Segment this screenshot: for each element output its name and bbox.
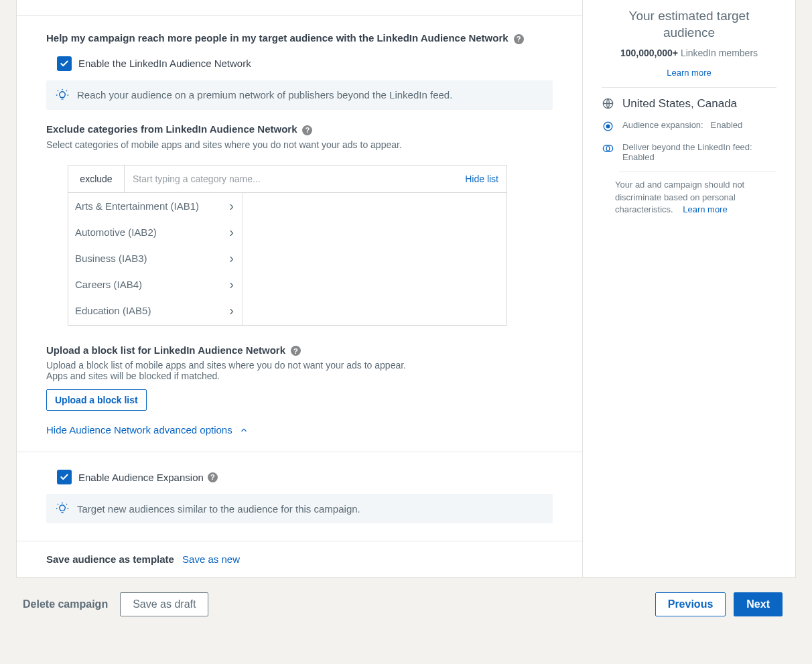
enable-lan-checkbox[interactable] (57, 56, 72, 71)
expansion-banner-text: Target new audiences similar to the audi… (77, 503, 360, 515)
category-picker: exclude Hide list Arts & Entertainment (… (68, 165, 507, 326)
upload-desc-2: Apps and sites will be blocked if matche… (46, 371, 553, 381)
overlap-icon (602, 142, 614, 155)
help-icon[interactable]: ? (291, 346, 301, 356)
sidebar-count: 100,000,000+ LinkedIn members (602, 48, 776, 58)
enable-expansion-label: Enable Audience Expansion (78, 472, 204, 483)
chevron-right-icon: › (229, 224, 234, 240)
sidebar-location: United States, Canada (622, 97, 737, 111)
save-template-label: Save audience as template (46, 553, 174, 565)
category-list[interactable]: Arts & Entertainment (IAB1)› Automotive … (68, 193, 243, 325)
help-icon[interactable]: ? (208, 472, 218, 482)
sidebar-expansion-label: Audience expansion: (622, 120, 703, 130)
category-search-input[interactable] (133, 174, 465, 184)
lightbulb-icon (56, 502, 69, 515)
exclude-title: Exclude categories from LinkedIn Audienc… (46, 123, 297, 135)
help-icon[interactable]: ? (514, 34, 524, 44)
hide-advanced-link[interactable]: Hide Audience Network advanced options (46, 424, 249, 436)
sidebar-disclaimer: Your ad and campaign should not discrimi… (615, 179, 776, 216)
lan-title: Help my campaign reach more people in my… (46, 32, 509, 44)
sidebar-expansion-value: Enabled (711, 120, 743, 130)
category-item[interactable]: Family & Parenting (IAB6)› (68, 324, 242, 325)
hide-list-link[interactable]: Hide list (465, 174, 498, 184)
category-detail-pane (243, 193, 506, 325)
enable-expansion-checkbox[interactable] (57, 470, 72, 484)
category-item[interactable]: Careers (IAB4)› (68, 271, 242, 297)
category-label: Arts & Entertainment (IAB1) (75, 200, 199, 212)
footer-left: Delete campaign Save as draft (23, 592, 208, 616)
upload-desc-1: Upload a block list of mobile apps and s… (46, 360, 553, 371)
previous-button[interactable]: Previous (655, 592, 726, 616)
enable-expansion-row: Enable Audience Expansion ? (57, 470, 553, 484)
footer-bar: Delete campaign Save as draft Previous N… (16, 578, 796, 631)
category-label: Automotive (IAB2) (75, 226, 157, 238)
target-icon (602, 120, 614, 133)
audience-count-suffix: LinkedIn members (681, 48, 758, 58)
category-item[interactable]: Education (IAB5)› (68, 297, 242, 324)
chevron-up-icon (239, 425, 249, 435)
enable-lan-label: Enable the LinkedIn Audience Network (78, 58, 251, 69)
next-button[interactable]: Next (734, 592, 783, 616)
audience-expansion-section: Enable Audience Expansion ? Target new a… (17, 452, 582, 541)
exclude-desc: Select categories of mobile apps and sit… (46, 139, 553, 150)
lan-info-banner: Reach your audience on a premium network… (46, 80, 553, 110)
save-as-new-link[interactable]: Save as new (182, 553, 240, 565)
lan-banner-text: Reach your audience on a premium network… (77, 89, 452, 101)
category-label: Business (IAB3) (75, 253, 147, 264)
sidebar-deliver-label: Deliver beyond the LinkedIn feed: (622, 142, 752, 152)
expansion-info-banner: Target new audiences similar to the audi… (46, 494, 553, 523)
hide-advanced-label: Hide Audience Network advanced options (46, 424, 232, 436)
prev-card-spacer (17, 0, 582, 16)
sidebar-location-row: United States, Canada (602, 97, 776, 111)
category-item[interactable]: Automotive (IAB2)› (68, 219, 242, 245)
lightbulb-icon (56, 88, 69, 102)
save-template-row: Save audience as template Save as new (17, 541, 582, 577)
picker-input-wrap: Hide list (125, 165, 506, 192)
estimate-sidebar: Your estimated target audience 100,000,0… (583, 0, 796, 578)
upload-block: Upload a block list for LinkedIn Audienc… (46, 344, 553, 411)
category-item[interactable]: Arts & Entertainment (IAB1)› (68, 193, 242, 219)
footer-right: Previous Next (655, 592, 783, 616)
picker-body: Arts & Entertainment (IAB1)› Automotive … (68, 193, 507, 326)
exclude-tab[interactable]: exclude (68, 165, 125, 192)
exclude-title-wrap: Exclude categories from LinkedIn Audienc… (46, 123, 553, 135)
upload-block-list-button[interactable]: Upload a block list (46, 389, 147, 411)
picker-header: exclude Hide list (68, 165, 507, 193)
chevron-right-icon: › (229, 251, 234, 266)
audience-count: 100,000,000+ (620, 48, 678, 58)
chevron-right-icon: › (229, 303, 234, 318)
sidebar-deliver-text: Deliver beyond the LinkedIn feed: Enable… (622, 142, 776, 162)
chevron-right-icon: › (229, 277, 234, 292)
upload-desc: Upload a block list of mobile apps and s… (46, 360, 553, 381)
sidebar-expansion-row: Audience expansion: Enabled (602, 120, 776, 133)
main-column: Help my campaign reach more people in my… (16, 0, 583, 578)
save-draft-button[interactable]: Save as draft (120, 592, 208, 616)
svg-point-4 (606, 125, 610, 129)
chevron-right-icon: › (229, 198, 234, 214)
sidebar-learn-more[interactable]: Learn more (602, 68, 776, 78)
category-item[interactable]: Business (IAB3)› (68, 245, 242, 271)
globe-icon (602, 97, 614, 110)
delete-campaign-link[interactable]: Delete campaign (23, 598, 108, 610)
sidebar-deliver-row: Deliver beyond the LinkedIn feed: Enable… (602, 142, 776, 162)
audience-network-section: Help my campaign reach more people in my… (17, 16, 582, 452)
sidebar-disclaimer-link[interactable]: Learn more (683, 204, 727, 214)
category-label: Careers (IAB4) (75, 279, 142, 290)
upload-title: Upload a block list for LinkedIn Audienc… (46, 344, 285, 356)
divider (619, 172, 776, 172)
category-label: Education (IAB5) (75, 305, 151, 316)
sidebar-title: Your estimated target audience (602, 8, 776, 41)
sidebar-deliver-value: Enabled (622, 152, 655, 162)
enable-lan-row: Enable the LinkedIn Audience Network (57, 56, 553, 71)
sidebar-expansion-text: Audience expansion: Enabled (622, 120, 742, 130)
divider (602, 87, 776, 88)
help-icon[interactable]: ? (302, 125, 312, 135)
